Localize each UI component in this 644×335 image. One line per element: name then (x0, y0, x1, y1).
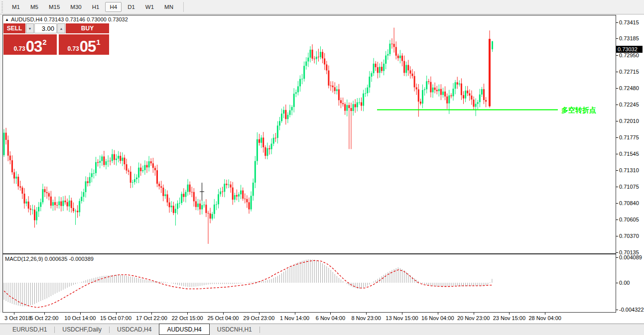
timeframe-button-m15[interactable]: M15 (44, 2, 64, 12)
price-axis-tick (616, 187, 618, 187)
chart-ohlc-title: ▲AUDUSD,H4 0.73143 0.73146 0.73000 0.730… (5, 16, 128, 22)
price-axis-tick (616, 88, 618, 89)
time-axis-label: 25 Oct 04:00 (205, 315, 241, 321)
price-axis-tick (616, 105, 618, 105)
price-axis-tick (616, 121, 618, 121)
timeframe-button-m30[interactable]: M30 (66, 2, 86, 12)
time-axis-label: 28 Nov 04:00 (527, 315, 563, 321)
tab-separator (259, 327, 260, 333)
volume-increase-icon[interactable]: ▲ (57, 23, 65, 33)
time-axis-label: 15 Oct 07:00 (98, 315, 134, 321)
time-axis-tick (330, 313, 331, 315)
tab-usdcad-h4[interactable]: USDCAD,H4 (110, 324, 159, 335)
support-line-label[interactable]: 多空转折点 (561, 106, 596, 115)
time-axis-label: 8 Nov 23:00 (348, 315, 384, 321)
time-axis-tick (438, 313, 438, 315)
buy-price-button[interactable]: 0.73 05 1 (59, 34, 109, 55)
timeframe-button-d1[interactable]: D1 (123, 2, 139, 12)
toolbar-grip-handle[interactable] (1, 1, 4, 12)
time-axis-label: 6 Nov 04:00 (312, 315, 348, 321)
buy-price-pip: 1 (96, 38, 100, 46)
timeframe-button-w1[interactable]: W1 (141, 2, 158, 12)
time-axis-tick (366, 313, 367, 315)
time-axis-label: 20 Nov 23:00 (456, 315, 492, 321)
macd-axis-tick (616, 310, 618, 310)
price-axis-label: 0.73415 (619, 19, 639, 25)
buy-price-base: 0.73 (67, 45, 79, 52)
time-axis-label: 1 Nov 14:00 (277, 315, 313, 321)
sell-price-base: 0.73 (13, 45, 25, 52)
price-axis-tick (616, 252, 618, 253)
time-axis-tick (259, 313, 259, 315)
candlestick-series (3, 28, 494, 244)
timeframe-button-h4[interactable]: H4 (105, 2, 122, 12)
price-axis-label: 0.71545 (619, 151, 639, 157)
tab-usdchf-daily[interactable]: USDCHF,Daily (55, 324, 109, 335)
toolbar-separator (183, 2, 184, 12)
volume-decrease-icon[interactable]: ▼ (26, 23, 34, 33)
macd-indicator-label: MACD(12,26,9) 0.000635 -0.000389 (5, 256, 94, 262)
price-axis-tick (616, 137, 618, 138)
mt4-window: M1M5M15M30H1H4D1W1MN ▲AUDUSD,H4 0.73143 … (0, 0, 644, 335)
time-axis-tick (151, 313, 152, 315)
price-axis-tick (616, 236, 618, 236)
tab-audusd-h4[interactable]: AUDUSD,H4 (159, 324, 209, 335)
sell-button[interactable]: SELL (3, 23, 25, 33)
timeframe-button-mn[interactable]: MN (160, 2, 178, 12)
time-axis-tick (295, 313, 295, 315)
buy-button[interactable]: BUY (66, 23, 109, 33)
price-axis-label: 0.71075 (619, 184, 639, 190)
macd-axis-tick (616, 283, 618, 283)
time-axis-tick (402, 313, 402, 315)
timeframe-button-h1[interactable]: H1 (88, 2, 104, 12)
time-axis-tick (44, 313, 45, 315)
time-axis-label: 10 Oct 14:00 (62, 315, 98, 321)
price-axis-tick (616, 55, 618, 56)
macd-axis-tick (616, 257, 618, 258)
price-axis-label: 0.70840 (619, 200, 639, 206)
price-axis-label: 0.72950 (619, 52, 639, 58)
tab-usdcnh-h1[interactable]: USDCNH,H1 (210, 324, 259, 335)
time-axis-tick (14, 313, 14, 315)
timeframe-toolbar: M1M5M15M30H1H4D1W1MN (0, 0, 644, 14)
price-axis-label: 0.73185 (619, 35, 639, 41)
time-axis-tick (545, 313, 545, 315)
price-axis-label: 0.70370 (619, 233, 639, 239)
time-axis-tick (474, 313, 474, 315)
macd-chart[interactable] (3, 254, 616, 312)
price-axis-tick (616, 170, 618, 171)
timeframe-button-m1[interactable]: M1 (7, 2, 24, 12)
price-axis-label: 0.71775 (619, 134, 639, 140)
chart-collapse-icon[interactable]: ▲ (5, 17, 9, 22)
time-axis-tick (223, 313, 224, 315)
price-axis-tick (616, 220, 618, 220)
tab-eurusd-h1[interactable]: EURUSD,H1 (5, 324, 54, 335)
macd-axis-label: -0.004322 (619, 307, 644, 313)
time-axis-label: 23 Nov 15:00 (491, 315, 527, 321)
price-axis-tick (616, 72, 618, 72)
chart-tabs: EURUSD,H1USDCHF,DailyUSDCAD,H4AUDUSD,H4U… (5, 324, 260, 335)
sell-price-big: 03 (26, 41, 42, 52)
price-axis-label: 0.71310 (619, 167, 639, 173)
price-axis[interactable]: 0.73032 0.734150.731850.729500.727150.72… (616, 15, 644, 313)
price-axis-tick (616, 22, 618, 23)
macd-axis-label: 0.00 (619, 280, 630, 286)
time-axis-label: 17 Oct 22:00 (133, 315, 169, 321)
macd-axis-label: 0.004089 (619, 254, 642, 260)
timeframe-button-m5[interactable]: M5 (26, 2, 43, 12)
sell-price-button[interactable]: 0.73 03 2 (3, 34, 57, 55)
price-axis-label: 0.72245 (619, 102, 639, 108)
price-axis-label: 0.72480 (619, 85, 639, 91)
time-axis-label: 5 Oct 22:00 (26, 315, 62, 321)
time-axis-label: 16 Nov 04:00 (420, 315, 456, 321)
sell-price-pip: 2 (42, 38, 46, 46)
buy-price-big: 05 (80, 41, 96, 52)
timeframe-buttons: M1M5M15M30H1H4D1W1MN (7, 2, 179, 12)
macd-panel[interactable] (2, 254, 616, 313)
time-axis-tick (509, 313, 510, 315)
volume-input[interactable] (34, 23, 57, 33)
time-axis-tick (116, 313, 117, 315)
time-axis-tick (80, 313, 81, 315)
time-axis[interactable]: 3 Oct 20185 Oct 22:0010 Oct 14:0015 Oct … (0, 313, 644, 323)
macd-signal-line (4, 260, 492, 307)
